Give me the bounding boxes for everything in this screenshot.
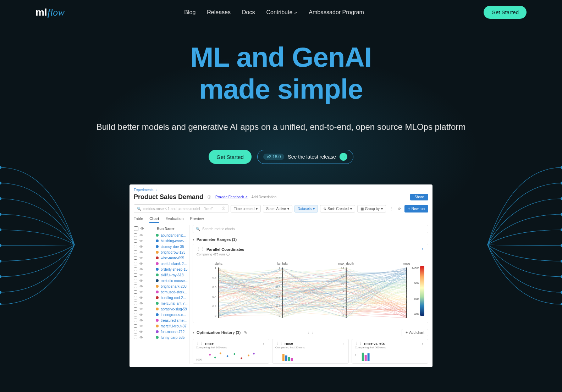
group-filter[interactable]: ▦ Group by ▾	[357, 205, 386, 212]
run-row[interactable]: 👁 funny-carp-535	[134, 335, 189, 340]
run-row[interactable]: 👁 incongruous-c...	[134, 312, 189, 318]
run-checkbox[interactable]	[134, 324, 137, 328]
eye-icon[interactable]: 👁	[139, 279, 144, 283]
run-row[interactable]: 👁 abundant-snip...	[134, 232, 189, 238]
run-name-link[interactable]: funny-carp-535	[161, 336, 184, 339]
tab-evaluation[interactable]: Evaluation	[165, 216, 183, 223]
eye-icon[interactable]: 👁	[139, 336, 144, 339]
nav-contribute[interactable]: Contribute↗	[266, 9, 297, 16]
select-all-checkbox[interactable]	[134, 226, 138, 231]
run-checkbox[interactable]	[134, 239, 137, 243]
param-ranges-section[interactable]: ▾ Parameter Ranges (1)	[193, 235, 428, 244]
info-icon[interactable]: ⓘ	[208, 195, 211, 200]
drag-handle-icon[interactable]: ⋮⋮	[197, 247, 204, 252]
run-row[interactable]: 👁 merciful-trout-37	[134, 323, 189, 329]
get-started-header-button[interactable]: Get Started	[484, 6, 527, 19]
run-checkbox[interactable]	[134, 330, 137, 333]
run-checkbox[interactable]	[134, 319, 137, 322]
run-checkbox[interactable]	[134, 256, 137, 260]
more-icon[interactable]: ⋮	[388, 205, 395, 212]
run-checkbox[interactable]	[134, 250, 137, 254]
run-checkbox[interactable]	[134, 267, 137, 271]
run-name-link[interactable]: orderly-sheep-15	[161, 267, 188, 271]
run-name-link[interactable]: incongruous-c...	[161, 313, 186, 317]
tab-chart[interactable]: Chart	[149, 216, 159, 223]
run-name-link[interactable]: useful-skunk-2...	[161, 262, 187, 266]
run-row[interactable]: 👁 wise-mare-695	[134, 255, 189, 261]
eye-icon[interactable]: 👁	[139, 233, 144, 237]
tab-preview[interactable]: Preview	[190, 216, 204, 223]
chart-search-input[interactable]: 🔍 Search metric charts	[193, 225, 428, 233]
run-row[interactable]: 👁 bright-crow-123	[134, 249, 189, 255]
eye-icon[interactable]: 👁	[139, 250, 144, 254]
run-name-link[interactable]: bustling-cod-2...	[161, 296, 186, 300]
pencil-icon[interactable]: ✎	[244, 331, 247, 335]
eye-icon[interactable]: 👁	[139, 290, 144, 294]
nav-blog[interactable]: Blog	[184, 9, 195, 16]
eye-icon[interactable]: 👁	[139, 239, 144, 243]
datasets-filter[interactable]: Datasets ▾	[294, 205, 318, 212]
eye-icon[interactable]: 👁	[139, 324, 144, 328]
run-name-link[interactable]: mercurial-ant-7...	[161, 302, 188, 305]
nav-releases[interactable]: Releases	[207, 9, 231, 16]
state-filter[interactable]: State: Active ▾	[263, 205, 292, 212]
run-checkbox[interactable]	[134, 296, 137, 299]
run-row[interactable]: 👁 treasured-smel...	[134, 318, 189, 323]
panel-more-icon[interactable]: ⋮	[341, 343, 345, 347]
mlflow-logo[interactable]: mlflow	[35, 7, 65, 18]
add-chart-button[interactable]: +Add chart	[402, 329, 428, 336]
run-name-link[interactable]: bemused-stork...	[161, 290, 187, 294]
run-checkbox[interactable]	[134, 313, 137, 316]
new-run-button[interactable]: +New run	[404, 205, 428, 212]
nav-ambassador[interactable]: Ambassador Program	[309, 9, 364, 16]
drag-handle-icon[interactable]: ⋮⋮	[307, 330, 314, 335]
eye-icon[interactable]: 👁	[139, 302, 144, 305]
run-checkbox[interactable]	[134, 285, 137, 288]
run-row[interactable]: 👁 bemused-stork...	[134, 289, 189, 295]
eye-icon[interactable]: 👁	[139, 262, 144, 266]
run-checkbox[interactable]	[134, 245, 137, 248]
run-name-link[interactable]: treasured-smel...	[161, 319, 187, 322]
run-checkbox[interactable]	[134, 307, 137, 311]
run-name-link[interactable]: abundant-snip...	[161, 233, 186, 237]
run-checkbox[interactable]	[134, 233, 137, 237]
run-row[interactable]: 👁 mercurial-ant-7...	[134, 300, 189, 306]
run-checkbox[interactable]	[134, 302, 137, 305]
eye-icon[interactable]: 👁	[139, 330, 144, 334]
run-row[interactable]: 👁 bustling-cod-2...	[134, 295, 189, 300]
eye-icon[interactable]: 👁	[139, 296, 144, 300]
opt-history-section[interactable]: ▾ Optimization History (3) ✎	[193, 328, 247, 337]
refresh-icon[interactable]: ⟳	[397, 205, 402, 212]
eye-icon[interactable]: 👁	[139, 313, 144, 317]
run-row[interactable]: 👁 orderly-sheep-15	[134, 266, 189, 272]
drag-handle-icon[interactable]: ⋮⋮	[196, 341, 204, 346]
get-started-hero-button[interactable]: Get Started	[209, 150, 252, 164]
drag-handle-icon[interactable]: ⋮⋮	[275, 341, 283, 346]
run-name-link[interactable]: merciful-trout-37	[161, 324, 187, 328]
run-name-link[interactable]: fun-mouse-712	[161, 330, 184, 334]
run-row[interactable]: 👁 useful-skunk-2...	[134, 261, 189, 266]
sort-filter[interactable]: ⇅ Sort: Created ▾	[320, 205, 355, 212]
eye-icon[interactable]: 👁	[139, 245, 144, 249]
run-name-link[interactable]: melodic-mouse...	[161, 279, 188, 283]
run-checkbox[interactable]	[134, 290, 137, 294]
run-row[interactable]: 👁 blushing-crow-...	[134, 238, 189, 244]
run-checkbox[interactable]	[134, 336, 137, 339]
run-checkbox[interactable]	[134, 279, 137, 282]
nav-docs[interactable]: Docs	[242, 9, 255, 16]
run-name-link[interactable]: wise-mare-695	[161, 256, 184, 260]
breadcrumb[interactable]: Experiments ›	[134, 188, 428, 192]
run-row[interactable]: 👁 melodic-mouse...	[134, 278, 189, 283]
run-checkbox[interactable]	[134, 273, 137, 277]
panel-more-icon[interactable]: ⋮	[421, 343, 424, 347]
run-name-link[interactable]: skillful-ray-613	[161, 273, 183, 277]
drag-handle-icon[interactable]: ⋮⋮	[355, 341, 363, 346]
run-name-link[interactable]: bright-crow-123	[161, 250, 185, 254]
feedback-link[interactable]: Provide Feedback ↗	[215, 195, 248, 199]
eye-icon[interactable]: 👁	[139, 273, 144, 277]
run-row[interactable]: 👁 skillful-ray-613	[134, 272, 189, 278]
time-filter[interactable]: Time created ▾	[231, 205, 261, 212]
run-checkbox[interactable]	[134, 262, 137, 265]
run-name-link[interactable]: clumsy-doe-35	[161, 245, 184, 249]
latest-release-button[interactable]: v2.18.0 See the latest release →	[257, 150, 353, 164]
